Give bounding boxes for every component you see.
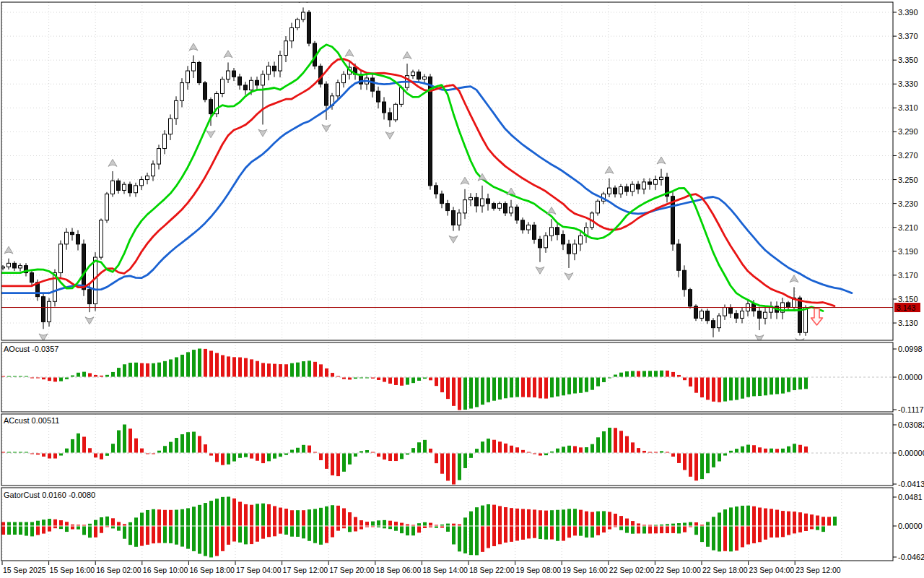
candle — [417, 69, 421, 82]
candle — [689, 288, 692, 309]
candle — [527, 222, 531, 233]
candle — [423, 74, 427, 83]
trading-chart-canvas[interactable]: 3.3903.3703.3503.3303.3103.2903.2703.250… — [0, 0, 924, 578]
candle — [539, 236, 542, 262]
candle — [619, 184, 623, 198]
time-tick-label: 18 Sep 14:00 — [422, 566, 468, 574]
candle — [59, 241, 63, 278]
candle — [163, 130, 167, 154]
time-tick-label: 17 Sep 12:00 — [283, 566, 328, 574]
candle — [770, 302, 773, 319]
fractal-up-icon — [790, 275, 798, 282]
candle — [256, 77, 259, 90]
time-tick-label: 15 Sep 2025 — [3, 566, 46, 574]
price-tick-label: 3.370 — [898, 32, 918, 40]
indicator-tick-label: -0.04134 — [898, 480, 924, 488]
candle — [377, 87, 380, 108]
candle — [608, 178, 611, 197]
price-tick-label: 3.350 — [898, 56, 918, 64]
price-tick-label: 3.290 — [898, 127, 918, 136]
price-tick-label: 3.150 — [898, 295, 918, 303]
candle — [463, 189, 467, 219]
price-tick-label: 3.170 — [898, 271, 918, 280]
fractal-down-icon — [206, 131, 215, 138]
indicator-tick-label: 0.03082 — [898, 420, 924, 429]
candle — [660, 169, 663, 186]
price-tick-label: 3.190 — [898, 247, 918, 256]
candle — [625, 184, 629, 195]
fractal-up-icon — [547, 207, 556, 215]
candle — [342, 71, 346, 87]
price-axis[interactable]: 3.3903.3703.3503.3303.3103.2903.2703.250… — [893, 8, 924, 561]
candle — [296, 18, 300, 30]
candle — [302, 7, 305, 22]
indicator-tick-label: 0.0000 — [898, 373, 923, 381]
candle — [134, 183, 138, 197]
candle — [117, 178, 121, 194]
fractal-up-icon — [189, 43, 198, 51]
gator-top-histogram — [1, 497, 837, 526]
candle — [787, 301, 790, 310]
candle — [706, 309, 710, 324]
price-tick-label: 3.310 — [898, 103, 918, 112]
fractal-arrows — [4, 0, 804, 352]
candle — [128, 181, 132, 197]
time-tick-label: 18 Sep 06:00 — [376, 566, 422, 574]
candle — [325, 81, 328, 119]
candle — [614, 186, 617, 198]
candle — [42, 293, 45, 329]
fractal-down-icon — [709, 345, 718, 352]
candle — [204, 81, 207, 102]
candle — [192, 56, 196, 78]
candle — [221, 77, 225, 97]
candle — [232, 68, 236, 81]
candle — [712, 318, 715, 337]
candle — [573, 240, 577, 261]
price-tick-label: 3.130 — [898, 319, 918, 327]
candle — [383, 97, 386, 119]
candle — [596, 199, 600, 216]
candle — [637, 181, 640, 194]
current-price-badge: 3.143 — [894, 303, 920, 312]
fractal-down-icon — [85, 317, 94, 324]
price-tick-label: 3.230 — [898, 199, 918, 208]
candle — [666, 173, 669, 202]
time-tick-label: 22 Sep 02:00 — [609, 566, 655, 574]
candle — [175, 96, 178, 125]
panel-title-ac: ACcust 0.00511 — [4, 416, 59, 425]
candle — [123, 182, 126, 194]
candle — [238, 74, 242, 90]
candle — [180, 78, 184, 107]
time-tick-label: 18 Sep 22:00 — [469, 566, 515, 574]
candle — [700, 309, 704, 322]
time-axis[interactable]: 15 Sep 202515 Sep 16:0016 Sep 02:0016 Se… — [2, 561, 841, 574]
indicator-tick-label: 0.0481 — [898, 493, 923, 501]
candle — [446, 200, 450, 216]
candle — [764, 308, 767, 324]
candle — [469, 193, 473, 206]
candle — [273, 61, 276, 77]
candle — [735, 310, 738, 323]
candle — [111, 171, 115, 197]
candle — [683, 265, 687, 296]
candle — [140, 176, 144, 190]
candle — [533, 222, 536, 243]
candle — [267, 62, 271, 81]
candle — [798, 296, 802, 335]
time-tick-label: 16 Sep 10:00 — [143, 566, 188, 574]
current-price-label: 3.143 — [897, 303, 915, 312]
candle — [13, 261, 17, 271]
fractal-down-icon — [755, 335, 764, 342]
candle — [7, 259, 11, 269]
fractal-down-icon — [565, 273, 573, 280]
fractal-up-icon — [657, 157, 666, 164]
time-tick-label: 16 Sep 02:00 — [96, 566, 141, 574]
candle — [567, 240, 571, 268]
fractal-down-icon — [536, 267, 544, 274]
candle — [290, 23, 294, 48]
candle — [279, 51, 282, 77]
price-tick-label: 3.330 — [898, 79, 918, 88]
fractal-up-icon — [224, 51, 232, 58]
candle — [394, 103, 398, 122]
panel-title-gator: GatorCust 0.0160 -0.0080 — [4, 491, 95, 499]
